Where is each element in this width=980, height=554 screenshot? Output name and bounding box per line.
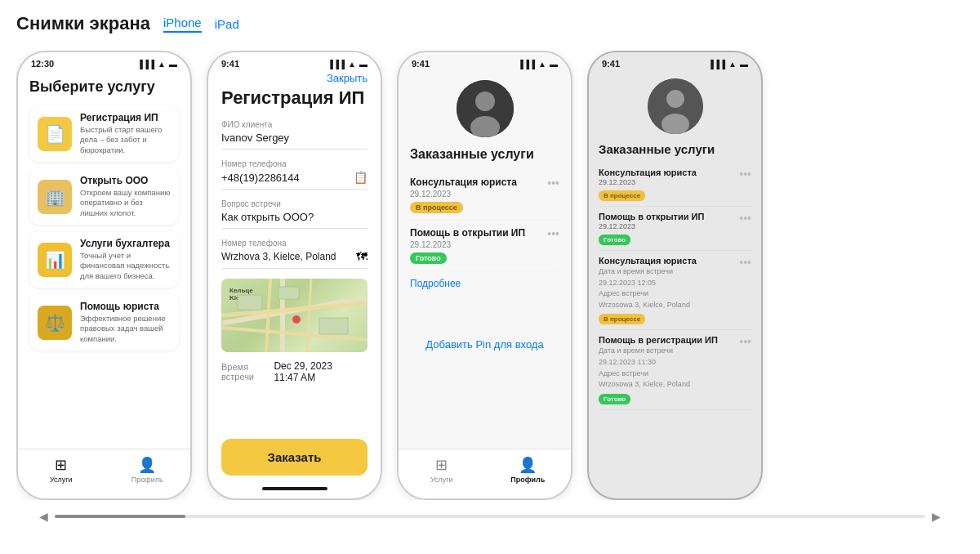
p4-svc-addr-3: Wrzosowa 3, Kielce, Poland	[599, 300, 697, 311]
more-details-link[interactable]: Подробнее	[410, 278, 559, 289]
p2-content: Закрыть Регистрация ИП ФИО клиента Ivano…	[208, 72, 381, 383]
p3-status-badge-1: В процессе	[410, 202, 463, 213]
p3-services-label: Услуги	[430, 476, 453, 484]
p4-dots-4[interactable]: •••	[739, 335, 751, 348]
p4-service-row-3: Консультация юриста Дата и время встречи…	[599, 251, 751, 330]
time-row: Время встречи Dec 29, 2023 11:47 AM	[221, 360, 368, 383]
p4-svc-name-3: Консультация юриста	[599, 256, 697, 266]
map-inner: КельцеKielce	[221, 279, 368, 352]
scroll-area: ◀ ▶	[16, 503, 964, 529]
p3-nav-profile[interactable]: 👤 Профиль	[485, 456, 572, 484]
p1-content: Выберите услугу 📄 Регистрация ИП Быстрый…	[18, 72, 190, 351]
service-item-4[interactable]: ⚖️ Помощь юриста Эффективное решение пра…	[29, 294, 179, 351]
more-dots-1[interactable]: •••	[547, 176, 559, 190]
service-name-3: Услуги бухгалтера	[80, 238, 171, 249]
status-bar-4: 9:41 ▐▐▐ ▲ ▬	[589, 52, 761, 72]
p4-dots-3[interactable]: •••	[739, 256, 751, 269]
p3-bottom-nav: ⊞ Услуги 👤 Профиль	[399, 449, 571, 498]
question-value[interactable]: Как открыть ООО?	[221, 211, 368, 229]
signal-icon-4: ▐▐▐	[708, 60, 725, 69]
p3-avatar	[457, 80, 514, 137]
p4-svc-detail-label-4: Дата и время встречи	[599, 346, 718, 356]
p4-service-info-4: Помощь в регистрации ИП Дата и время вст…	[599, 335, 718, 404]
p3-service-row-1: Консультация юриста 29.12.2023 В процесс…	[410, 170, 559, 221]
status-icons-2: ▐▐▐ ▲ ▬	[327, 60, 368, 69]
more-dots-2[interactable]: •••	[547, 227, 559, 240]
p4-svc-date-1: 29.12.2023	[599, 178, 697, 186]
service-desc-4: Эффективное решение правовых задач вашей…	[80, 314, 171, 344]
svg-rect-6	[319, 318, 348, 334]
time-label: Время встречи	[221, 362, 274, 382]
phone-3: 9:41 ▐▐▐ ▲ ▬ Заказанные услуги	[397, 51, 572, 500]
p2-form-title: Регистрация ИП	[221, 87, 368, 109]
profile-nav-icon: 👤	[138, 456, 156, 474]
scroll-right-arrow[interactable]: ▶	[925, 510, 947, 523]
p4-content: Заказанные услуги Консультация юриста 29…	[589, 142, 761, 410]
wifi-icon-2: ▲	[348, 60, 356, 69]
svg-point-7	[292, 315, 301, 324]
p4-svc-addr-label-3: Адрес встречи	[599, 288, 697, 299]
status-icons-3: ▐▐▐ ▲ ▬	[518, 60, 558, 69]
phone-field-row: +48(19)2286144 📋	[221, 171, 368, 190]
service-icon-4: ⚖️	[38, 306, 72, 340]
service-icon-2: 🏢	[38, 180, 72, 214]
p3-service-name-2: Помощь в открытии ИП	[410, 227, 525, 239]
order-button[interactable]: Заказать	[221, 439, 368, 476]
status-time-3: 9:41	[412, 59, 430, 69]
p4-badge-1: В процессе	[599, 190, 645, 201]
nav-services-1[interactable]: ⊞ Услуги	[18, 456, 105, 484]
svg-point-13	[662, 114, 689, 134]
p4-badge-3: В процессе	[599, 314, 645, 324]
p4-svc-addr-label-4: Адрес встречи	[599, 369, 718, 379]
avatar-svg-4	[648, 78, 703, 134]
scroll-track	[55, 515, 925, 518]
p3-profile-label: Профиль	[510, 476, 545, 484]
nav-profile-1[interactable]: 👤 Профиль	[105, 456, 191, 484]
tab-iphone[interactable]: iPhone	[163, 16, 202, 33]
fio-value[interactable]: Ivanov Sergey	[221, 132, 368, 150]
p4-dots-1[interactable]: •••	[739, 168, 751, 181]
p4-svc-name-4: Помощь в регистрации ИП	[599, 335, 718, 345]
p3-nav-services[interactable]: ⊞ Услуги	[399, 456, 485, 484]
svg-rect-5	[278, 287, 299, 299]
p4-service-row-4: Помощь в регистрации ИП Дата и время вст…	[599, 330, 751, 409]
p4-svc-name-2: Помощь в открытии ИП	[599, 212, 704, 221]
service-item-1[interactable]: 📄 Регистрация ИП Быстрый старт вашего де…	[29, 105, 179, 162]
tab-ipad[interactable]: iPad	[215, 17, 239, 31]
map-view: КельцеKielce	[221, 279, 368, 352]
svg-point-9	[475, 92, 495, 111]
service-desc-1: Быстрый старт вашего дела – без забот и …	[80, 125, 171, 155]
p3-services-icon: ⊞	[435, 456, 448, 474]
fio-label: ФИО клиента	[221, 120, 368, 129]
service-text-3: Услуги бухгалтера Точный учет и финансов…	[80, 238, 171, 281]
p3-status-badge-2: Готово	[410, 252, 447, 264]
phone-2: 9:41 ▐▐▐ ▲ ▬ Закрыть Регистрация ИП ФИО …	[207, 51, 382, 500]
service-item-2[interactable]: 🏢 Открыть ООО Откроем вашу компанию опер…	[29, 168, 179, 225]
svg-point-12	[666, 90, 684, 108]
status-bar-3: 9:41 ▐▐▐ ▲ ▬	[399, 52, 571, 72]
svg-rect-4	[238, 295, 262, 310]
signal-icon-1: ▐▐▐	[137, 60, 154, 69]
phone-icon: 📋	[354, 171, 368, 184]
service-desc-2: Откроем вашу компанию оперативно и без л…	[80, 188, 171, 218]
services-nav-icon: ⊞	[55, 456, 67, 474]
phone-field: Номер телефона +48(19)2286144 📋	[221, 159, 368, 190]
battery-icon-4: ▬	[740, 60, 748, 69]
status-time-1: 12:30	[31, 59, 54, 69]
header: Снимки экрана iPhone iPad	[16, 13, 964, 34]
p3-section-title: Заказанные услуги	[410, 147, 559, 162]
wifi-icon-4: ▲	[728, 60, 737, 69]
phone-value[interactable]: +48(19)2286144	[221, 172, 300, 184]
p3-service-date-2: 29.12.2023	[410, 240, 525, 249]
status-time-4: 9:41	[602, 59, 620, 69]
close-button[interactable]: Закрыть	[221, 72, 368, 84]
p1-title: Выберите услугу	[29, 78, 179, 96]
scroll-left-arrow[interactable]: ◀	[33, 510, 55, 523]
time-time: 11:47 AM	[274, 372, 315, 383]
signal-icon-2: ▐▐▐	[327, 60, 345, 69]
p3-service-info-1: Консультация юриста 29.12.2023 В процесс…	[410, 176, 517, 213]
p4-dots-2[interactable]: •••	[739, 212, 751, 225]
service-item-3[interactable]: 📊 Услуги бухгалтера Точный учет и финанс…	[29, 231, 179, 288]
scroll-thumb[interactable]	[55, 515, 185, 518]
pin-link[interactable]: Добавить Pin для входа	[410, 338, 559, 351]
